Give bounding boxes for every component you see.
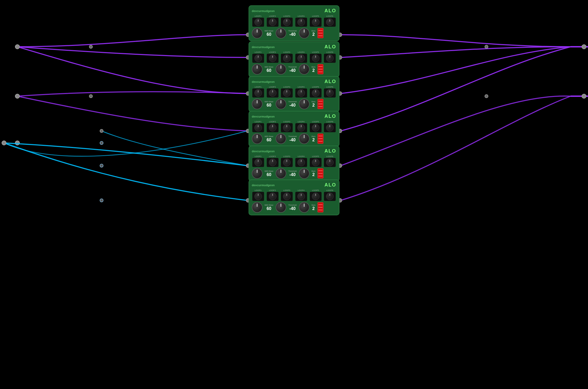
bars-label-group-1: Bars 2	[312, 30, 315, 37]
loop-knob-6-1[interactable]	[254, 193, 262, 200]
loop-knob-2-2[interactable]	[269, 55, 276, 62]
loop-knob-4-3[interactable]	[283, 124, 291, 131]
midi-knob-6[interactable]	[252, 202, 262, 213]
loop-slot-4-5: LOOP5	[309, 121, 322, 132]
midi-knob-1[interactable]	[252, 28, 262, 38]
loop-slot-3-1: LOOP1	[252, 86, 265, 98]
module-2: devcurmudgeon ALO LOOP1 LOOP2	[249, 41, 339, 77]
svg-point-4	[582, 45, 586, 49]
threshold-label-2: Threshold	[288, 66, 297, 68]
loop-knob-3-3[interactable]	[283, 89, 291, 97]
loop-knob-4-1[interactable]	[254, 124, 262, 131]
module-brand-3: devcurmudgeon	[252, 80, 275, 83]
module-name-3: ALO	[324, 79, 336, 84]
loop-knob-3-1[interactable]	[254, 89, 262, 97]
red-button-5[interactable]	[318, 168, 323, 178]
bars-knob-2[interactable]	[299, 64, 310, 75]
loop-knob-5-4[interactable]	[297, 159, 305, 166]
bars-value-1: 2	[312, 32, 315, 37]
loop-knob-5-5[interactable]	[312, 159, 319, 166]
loop-knob-4-2[interactable]	[269, 124, 276, 131]
loop-knob-3-4[interactable]	[297, 89, 305, 97]
loop-knob-2-6[interactable]	[326, 55, 334, 62]
threshold-knob-1[interactable]	[276, 28, 286, 38]
bars-label-6: Bars	[312, 204, 315, 206]
red-button-3[interactable]	[318, 99, 323, 109]
red-button-2[interactable]	[318, 64, 323, 74]
module-name-2: ALO	[324, 44, 336, 50]
loop-label-2-3: LOOP3	[283, 51, 290, 53]
midi-knob-4[interactable]	[252, 133, 262, 144]
loop-knob-3-6[interactable]	[326, 89, 334, 97]
midi-knob-3[interactable]	[252, 99, 262, 109]
loop-knob-5-1[interactable]	[254, 159, 262, 166]
loop-knob-6-6[interactable]	[326, 193, 334, 200]
loop-slot-3-4: LOOP4	[295, 86, 308, 98]
loop-knob-5-3[interactable]	[283, 159, 291, 166]
loop-knob-1-4[interactable]	[297, 18, 305, 26]
module-header-1: devcurmudgeon ALO	[252, 8, 336, 14]
loop-label-5-1: LOOP1	[255, 155, 262, 157]
bars-label-5: Bars	[312, 170, 315, 172]
loop-slot-2-4: LOOP4	[295, 51, 308, 63]
red-button-line2-2	[318, 69, 323, 69]
loop-knob-6-3[interactable]	[283, 193, 291, 200]
loop-row-4: LOOP1 LOOP2 LOOP3	[252, 121, 336, 132]
threshold-knob-4[interactable]	[276, 133, 286, 144]
threshold-knob-3[interactable]	[276, 99, 286, 109]
loop-knob-2-5[interactable]	[312, 55, 319, 62]
red-button-1[interactable]	[318, 28, 323, 38]
loop-knob-3-2[interactable]	[269, 89, 276, 97]
midi-knob-2[interactable]	[252, 64, 262, 75]
bars-knob-6[interactable]	[299, 202, 310, 213]
loop-knob-6-5[interactable]	[312, 193, 319, 200]
loop-knob-4-4[interactable]	[297, 124, 305, 131]
bars-label-group-2: Bars 2	[312, 66, 315, 73]
loop-knob-1-3[interactable]	[283, 18, 291, 26]
loop-knob-4-5[interactable]	[312, 124, 319, 131]
module-name-1: ALO	[324, 8, 336, 14]
loop-knob-box-5-4	[295, 158, 307, 167]
bars-value-3: 2	[312, 103, 315, 107]
loop-slot-5-4: LOOP4	[295, 155, 308, 167]
bars-knob-group-4	[299, 133, 310, 144]
loop-knob-1-2[interactable]	[269, 18, 276, 26]
threshold-knob-5[interactable]	[276, 168, 286, 179]
loop-knob-3-5[interactable]	[312, 89, 319, 97]
loop-label-5-5: LOOP5	[312, 155, 319, 157]
module-6: devcurmudgeon ALO LOOP1 LOOP2	[249, 180, 339, 215]
threshold-knob-6[interactable]	[276, 202, 286, 213]
red-button-4[interactable]	[318, 134, 323, 144]
midi-knob-5[interactable]	[252, 168, 262, 179]
loop-knob-5-2[interactable]	[269, 159, 276, 166]
loop-knob-box-1-1	[252, 18, 264, 27]
bars-knob-4[interactable]	[299, 133, 310, 144]
midi-base-value-6: 60	[266, 207, 271, 211]
loop-knob-5-6[interactable]	[326, 159, 334, 166]
midi-base-value-2: 60	[266, 68, 271, 73]
loop-knob-1-5[interactable]	[312, 18, 319, 26]
loop-knob-box-5-1	[252, 158, 264, 167]
loop-knob-2-1[interactable]	[254, 55, 262, 62]
loop-knob-1-1[interactable]	[254, 18, 262, 26]
loop-label-6-3: LOOP3	[283, 189, 290, 191]
loop-row-6: LOOP1 LOOP2 LOOP3	[252, 189, 336, 201]
loop-knob-box-5-3	[281, 158, 293, 167]
loop-knob-1-6[interactable]	[326, 18, 334, 26]
bars-knob-1[interactable]	[299, 28, 310, 38]
red-button-6[interactable]	[318, 202, 323, 212]
threshold-knob-2[interactable]	[276, 64, 286, 75]
loop-knob-2-3[interactable]	[283, 55, 291, 62]
bars-value-5: 2	[312, 173, 315, 177]
loop-knob-6-4[interactable]	[297, 193, 305, 200]
loop-label-3-4: LOOP4	[298, 86, 305, 88]
bars-knob-5[interactable]	[299, 168, 310, 179]
loop-knob-4-6[interactable]	[326, 124, 334, 131]
loop-knob-6-2[interactable]	[269, 193, 276, 200]
midi-label-group-2: MIDI Base 60	[265, 66, 273, 73]
midi-group-5	[252, 168, 262, 179]
midi-base-value-3: 60	[266, 103, 271, 107]
bars-knob-3[interactable]	[299, 99, 310, 109]
loop-knob-2-4[interactable]	[297, 55, 305, 62]
midi-base-label-5: MIDI Base	[265, 170, 273, 172]
